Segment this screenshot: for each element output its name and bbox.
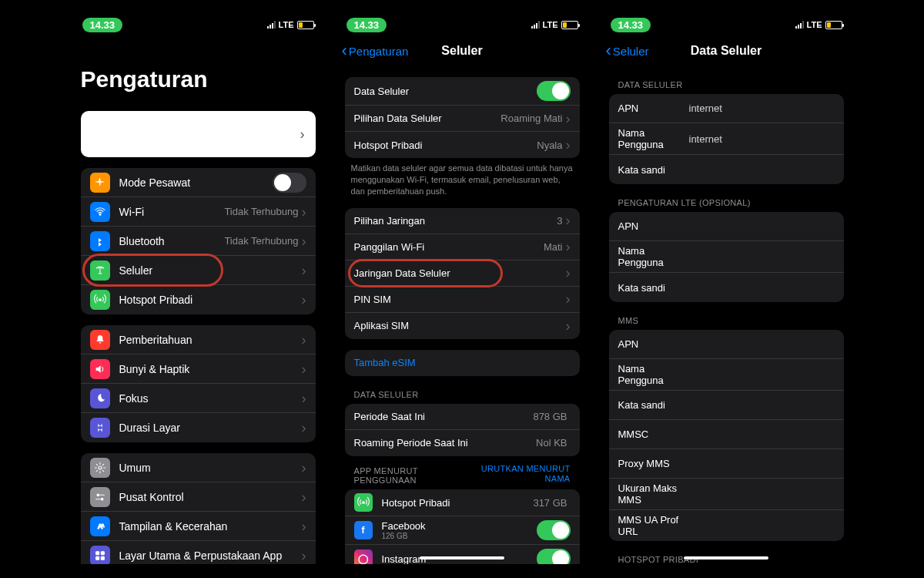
apn-field-kata-sandi[interactable]: Kata sandi	[609, 155, 844, 184]
apn-field-kata-sandi[interactable]: Kata sandi	[609, 391, 844, 420]
airplane-icon	[90, 173, 110, 193]
back-button[interactable]: ‹ Seluler	[606, 41, 649, 61]
settings-row-tampilan-kecerahan[interactable]: AATampilan & Kecerahan›	[81, 512, 316, 541]
cell-row-jaringan-data-seluler[interactable]: Jaringan Data Seluler›	[345, 260, 580, 287]
cell-row-data-seluler[interactable]: Data Seluler	[345, 77, 580, 106]
apn-field-kata-sandi[interactable]: Kata sandi	[609, 273, 844, 302]
settings-row-pusat-kontrol[interactable]: Pusat Kontrol›	[81, 482, 316, 512]
chevron-right-icon: ›	[302, 264, 306, 277]
home-indicator[interactable]	[684, 556, 768, 560]
chevron-right-icon: ›	[566, 292, 571, 306]
svg-point-2	[99, 466, 102, 469]
app-row-instagram[interactable]: ◯Instagram	[345, 545, 580, 564]
chevron-right-icon: ›	[566, 240, 571, 254]
field-value[interactable]: internet	[689, 102, 722, 114]
add-esim-row[interactable]: Tambah eSIM	[345, 350, 580, 376]
cell-row-pilihan-jaringan[interactable]: Pilihan Jaringan3›	[345, 208, 580, 234]
chevron-right-icon: ›	[302, 391, 306, 405]
switches-icon	[90, 487, 110, 507]
apn-field-proxy-mms[interactable]: Proxy MMS	[609, 449, 844, 479]
apn-field-apn[interactable]: APNinternet	[609, 94, 844, 123]
svg-point-1	[99, 299, 101, 301]
toggle[interactable]	[537, 81, 571, 101]
settings-row-mode-pesawat[interactable]: Mode Pesawat	[81, 168, 316, 197]
cell-row-hotspot-pribadi[interactable]: Hotspot PribadiNyala›	[345, 132, 580, 158]
field-value[interactable]: internet	[689, 133, 722, 145]
app-row-hotspot-pribadi[interactable]: Hotspot Pribadi317 GB	[345, 489, 580, 516]
apn-field-nama-pengguna[interactable]: Nama Pengguna	[609, 241, 844, 273]
status-bar: 14.33 LTE 25	[334, 14, 591, 35]
chevron-right-icon: ›	[566, 213, 571, 227]
apn-field-apn[interactable]: APN	[609, 212, 844, 241]
row-label: Hotspot Pribadi	[119, 294, 302, 306]
status-time: 14.33	[611, 18, 651, 32]
phone-cellular: 14.33 LTE 25 ‹ Pengaturan Seluler Data S…	[334, 14, 591, 564]
app-row-facebook[interactable]: fFacebook126 GB	[345, 516, 580, 545]
chevron-right-icon: ›	[566, 319, 571, 333]
cell-row-pin-sim[interactable]: PIN SIM›	[345, 287, 580, 313]
brightness-icon: AA	[90, 516, 110, 536]
apn-field-nama-pengguna[interactable]: Nama Pengguna	[609, 359, 844, 391]
back-label: Seluler	[613, 45, 649, 58]
svg-rect-9	[95, 556, 99, 560]
speaker-icon	[90, 359, 110, 379]
cell-row-panggilan-wi-fi[interactable]: Panggilan Wi-FiMati›	[345, 234, 580, 260]
toggle[interactable]	[537, 549, 571, 564]
usage-row: Roaming Periode Saat IniNol KB	[345, 430, 580, 456]
chevron-right-icon: ›	[302, 333, 306, 347]
chevron-right-icon: ›	[566, 138, 571, 152]
footer-note: Matikan data seluler agar semua data dib…	[334, 158, 591, 197]
battery-icon: 25	[297, 21, 314, 29]
apn-field-apn[interactable]: APN	[609, 330, 844, 359]
instagram-icon: ◯	[354, 549, 373, 564]
chevron-right-icon: ›	[302, 490, 306, 504]
settings-row-hotspot-pribadi[interactable]: Hotspot Pribadi›	[81, 285, 316, 314]
chevron-right-icon: ›	[302, 549, 306, 563]
settings-row-pemberitahuan[interactable]: Pemberitahuan›	[81, 325, 316, 355]
chevron-right-icon: ›	[302, 519, 306, 533]
nav-bar: ‹ Pengaturan Seluler	[334, 35, 591, 66]
apn-field-ukuran-maks-mms[interactable]: Ukuran Maks MMS	[609, 479, 844, 510]
home-indicator[interactable]	[420, 556, 504, 560]
settings-row-umum[interactable]: Umum›	[81, 453, 316, 482]
chevron-right-icon: ›	[300, 127, 305, 141]
chevron-right-icon: ›	[302, 293, 306, 307]
settings-row-seluler[interactable]: Seluler›	[81, 256, 316, 285]
chevron-right-icon: ›	[302, 234, 306, 248]
svg-point-3	[97, 494, 99, 496]
facebook-icon: f	[354, 521, 373, 539]
chevron-left-icon: ‹	[606, 41, 611, 61]
hourglass-icon	[90, 418, 110, 438]
grid-icon	[90, 546, 110, 564]
network-label: LTE	[807, 20, 822, 29]
chevron-right-icon: ›	[302, 421, 306, 435]
cell-row-aplikasi-sim[interactable]: Aplikasi SIM›	[345, 313, 580, 339]
settings-row-layar-utama-perpustakaan-app[interactable]: Layar Utama & Perpustakaan App›	[81, 541, 316, 564]
battery-icon: 25	[825, 21, 842, 29]
nav-bar: ‹ Seluler Data Seluler	[598, 35, 855, 66]
section-header: DATA SELULER	[598, 66, 855, 92]
settings-row-bunyi-haptik[interactable]: Bunyi & Haptik›	[81, 355, 316, 384]
apn-field-mms-ua-prof-url[interactable]: MMS UA Prof URL	[609, 510, 844, 541]
settings-row-fokus[interactable]: Fokus›	[81, 384, 316, 413]
page-title: Pengaturan	[70, 35, 326, 100]
row-value: Tidak Terhubung	[224, 235, 298, 247]
settings-row-wi-fi[interactable]: Wi-FiTidak Terhubung›	[81, 197, 316, 227]
apn-field-mmsc[interactable]: MMSC	[609, 420, 844, 449]
apn-field-nama-pengguna[interactable]: Nama Penggunainternet	[609, 123, 844, 155]
profile-card[interactable]: ›	[81, 111, 316, 157]
sort-button[interactable]: URUTKAN MENURUT NAMA	[467, 464, 571, 486]
settings-row-durasi-layar[interactable]: Durasi Layar›	[81, 413, 316, 442]
svg-rect-8	[101, 552, 104, 555]
toggle[interactable]	[273, 173, 306, 193]
back-button[interactable]: ‹ Pengaturan	[342, 41, 409, 61]
add-esim-label: Tambah eSIM	[354, 357, 571, 368]
signal-icon	[795, 21, 804, 29]
back-label: Pengaturan	[349, 45, 409, 58]
toggle[interactable]	[537, 520, 571, 540]
cell-row-pilihan-data-seluler[interactable]: Pilihan Data SelulerRoaming Mati›	[345, 106, 580, 132]
row-label: Wi-Fi	[119, 206, 225, 218]
settings-row-bluetooth[interactable]: BluetoothTidak Terhubung›	[81, 227, 316, 256]
row-label: Pusat Kontrol	[119, 491, 302, 503]
chevron-left-icon: ‹	[342, 41, 347, 61]
